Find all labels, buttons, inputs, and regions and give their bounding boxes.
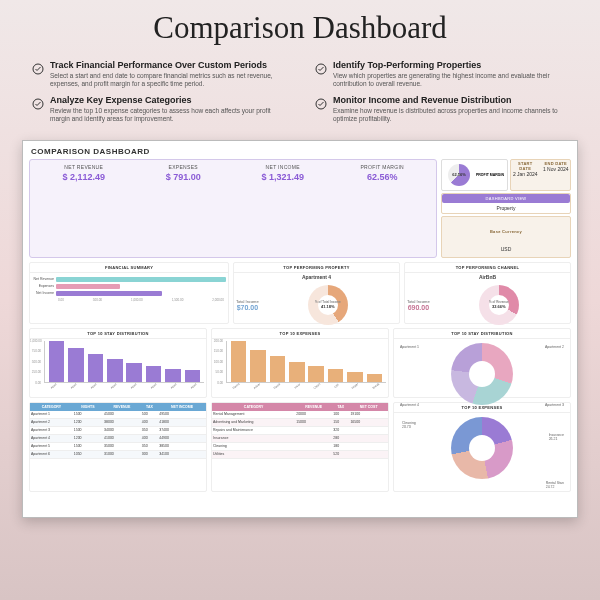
financial-summary-panel: FINANCIAL SUMMARY Net RevenueExpensesNet… — [29, 262, 229, 324]
kpi-value: $ 1,321.49 — [233, 172, 333, 182]
dashboard-title: COMPARISON DASHBOARD — [31, 147, 571, 156]
checkmark-icon — [32, 61, 44, 89]
kpi-value: 62.56% — [333, 172, 433, 182]
dashboard-screenshot: COMPARISON DASHBOARD NET REVENUE$ 2,112.… — [22, 140, 578, 518]
feature-desc: Examine how revenue is distributed acros… — [333, 107, 568, 124]
currency-label: Base Currency — [490, 229, 522, 234]
kpi-label: NET INCOME — [233, 164, 333, 170]
view-label: DASHBOARD VIEW — [442, 194, 570, 203]
kpi-label: NET REVENUE — [34, 164, 134, 170]
top-expenses-panel: TOP 10 EXPENSES 200.00150.00100.0050.000… — [211, 328, 389, 398]
profit-margin-donut: 62.56% — [448, 164, 470, 186]
feature-item: Monitor Income and Revenue DistributionE… — [315, 95, 568, 124]
page-title: Comparison Dashboard — [20, 10, 580, 46]
expenses-pie-chart — [451, 417, 513, 479]
kpi-label: PROFIT MARGIN — [333, 164, 433, 170]
start-date-input[interactable]: 2 Jan 2024 — [512, 171, 539, 177]
top-channel-name: AirBnB — [405, 273, 570, 281]
checkmark-icon — [315, 61, 327, 89]
feature-item: Analyze Key Expense CategoriesReview the… — [32, 95, 285, 124]
view-select[interactable]: Property — [442, 203, 570, 213]
profit-margin-label: PROFIT MARGIN — [476, 173, 504, 177]
top-channel-panel: TOP PERFORMING CHANNEL AirBnB Total Inco… — [404, 262, 571, 324]
currency-select[interactable]: USD — [501, 246, 512, 252]
stay-distribution-pie-panel: TOP 10 STAY DISTRIBUTION Apartment 1 Apa… — [393, 328, 571, 398]
top-property-income: $70.00 — [236, 304, 259, 311]
kpi-value: $ 2,112.49 — [34, 172, 134, 182]
stay-pie-chart — [451, 343, 513, 405]
top-channel-donut: % of Revenue32.66% — [479, 285, 519, 325]
feature-item: Identify Top-Performing PropertiesView w… — [315, 60, 568, 89]
top-property-name: Apartment 4 — [234, 273, 399, 281]
feature-desc: View which properties are generating the… — [333, 72, 568, 89]
feature-title: Identify Top-Performing Properties — [333, 60, 568, 70]
expenses-pie-panel: TOP 10 EXPENSES Cleaning20.73 Insurance2… — [393, 402, 571, 492]
stay-distribution-panel: TOP 10 STAY DISTRIBUTION 1,000.00750.005… — [29, 328, 207, 398]
top-property-donut: % of Total Income41.18% — [308, 285, 348, 325]
top-channel-income: 690.00 — [407, 304, 430, 311]
features-grid: Track Financial Performance Over Custom … — [0, 54, 600, 134]
end-date-input[interactable]: 1 Nov 2024 — [543, 166, 570, 172]
checkmark-icon — [315, 96, 327, 124]
checkmark-icon — [32, 96, 44, 124]
category-table-blue: CATEGORYNIGHTSREVENUETAXNET INCOMEApartm… — [29, 402, 207, 492]
feature-item: Track Financial Performance Over Custom … — [32, 60, 285, 89]
feature-desc: Select a start and end date to compare f… — [50, 72, 285, 89]
feature-title: Track Financial Performance Over Custom … — [50, 60, 285, 70]
controls-panel: 62.56% PROFIT MARGIN START DATE2 Jan 202… — [441, 159, 571, 258]
feature-desc: Review the top 10 expense categories to … — [50, 107, 285, 124]
kpi-bar: NET REVENUE$ 2,112.49 EXPENSES$ 791.00 N… — [29, 159, 437, 258]
kpi-value: $ 791.00 — [134, 172, 234, 182]
start-date-label: START DATE — [512, 161, 539, 171]
category-table-pink: CATEGORYREVENUETAXNET COSTRental Managem… — [211, 402, 389, 492]
top-property-panel: TOP PERFORMING PROPERTY Apartment 4 Tota… — [233, 262, 400, 324]
feature-title: Analyze Key Expense Categories — [50, 95, 285, 105]
kpi-label: EXPENSES — [134, 164, 234, 170]
feature-title: Monitor Income and Revenue Distribution — [333, 95, 568, 105]
